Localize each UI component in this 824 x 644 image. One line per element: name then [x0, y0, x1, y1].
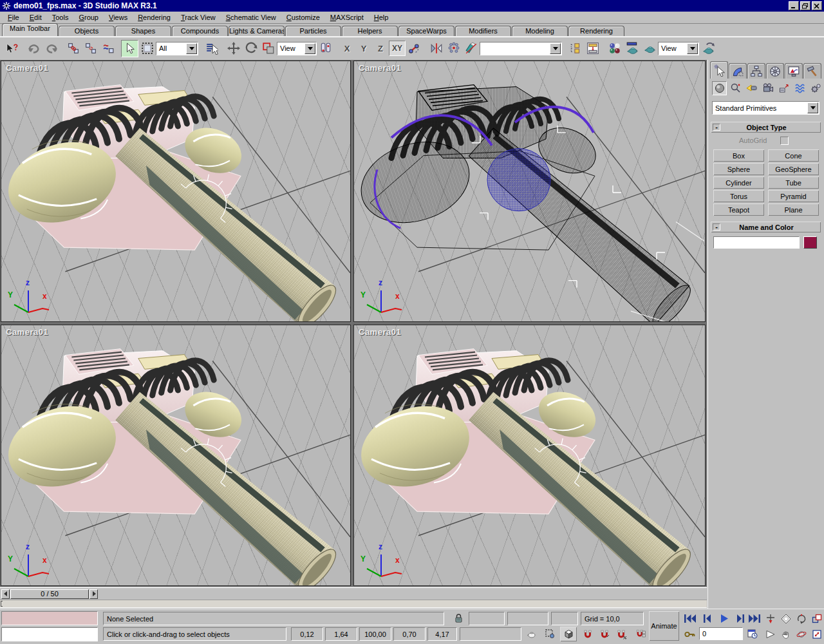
tab-objects[interactable]: Objects [59, 26, 115, 36]
current-frame-field[interactable] [699, 627, 743, 640]
close-button[interactable] [812, 1, 822, 10]
go-to-end-button[interactable] [747, 612, 762, 625]
utilities-tab[interactable] [803, 63, 821, 79]
coord-w-readout[interactable]: 0,70 [393, 627, 426, 641]
viewport-label[interactable]: Camera01 [359, 63, 401, 73]
time-slider-next-button[interactable] [89, 589, 98, 599]
zoom-extents-all-button[interactable] [810, 612, 824, 625]
orbit-camera-button[interactable] [794, 627, 809, 641]
create-tab[interactable] [710, 61, 728, 79]
menu-track-view[interactable]: Track View [176, 12, 221, 23]
tab-compounds[interactable]: Compounds [172, 26, 228, 36]
mirror-icon[interactable] [427, 40, 445, 57]
tab-shapes[interactable]: Shapes [115, 26, 171, 36]
degradation-override-button[interactable] [524, 627, 539, 641]
selection-filter-dropdown[interactable]: All [156, 42, 198, 55]
select-by-name-icon[interactable] [203, 40, 220, 57]
undo-icon[interactable] [25, 40, 42, 57]
geosphere-button[interactable]: GeoSphere [768, 163, 819, 175]
material-editor-icon[interactable] [606, 40, 623, 57]
time-slider-prev-button[interactable] [1, 589, 10, 599]
open-schematic-view-icon[interactable] [584, 40, 601, 57]
lights-category-button[interactable] [744, 81, 759, 95]
object-color-swatch[interactable] [803, 236, 817, 249]
menu-group[interactable]: Group [73, 12, 104, 23]
cylinder-button[interactable]: Cylinder [713, 176, 764, 189]
tab-main-toolbar[interactable]: Main Toolbar [2, 23, 58, 36]
coord-v-readout[interactable]: 4,17 [427, 627, 457, 641]
help-mode-icon[interactable] [3, 40, 21, 57]
play-button[interactable] [716, 612, 732, 625]
array-icon[interactable] [445, 40, 462, 57]
coord-z-readout[interactable]: 100,00 [359, 627, 391, 641]
key-mode-toggle[interactable] [682, 627, 697, 641]
animate-button[interactable]: Animate [649, 611, 679, 641]
space-warps-category-button[interactable] [792, 81, 807, 95]
category-dropdown[interactable]: Standard Primitives [712, 101, 819, 115]
dropdown-arrow-icon[interactable] [304, 43, 315, 54]
restore-button[interactable] [800, 1, 810, 10]
hierarchy-tab[interactable] [747, 63, 765, 79]
render-last-icon[interactable] [699, 40, 716, 57]
viewport-label[interactable]: Camera01 [6, 63, 48, 73]
sphere-button[interactable]: Sphere [713, 163, 764, 175]
field-of-view-button[interactable] [779, 612, 793, 625]
teapot-button[interactable]: Teapot [713, 204, 764, 216]
angle-snap-magnet-button[interactable] [597, 627, 612, 641]
object-name-input[interactable] [713, 236, 800, 249]
viewport-bottom-right[interactable]: Camera01 zYx [353, 325, 706, 586]
collapse-button[interactable]: - [713, 223, 720, 231]
unlink-selection-icon[interactable] [82, 40, 99, 57]
perspective-button[interactable] [763, 627, 778, 641]
select-and-manipulate-icon[interactable] [406, 40, 423, 57]
select-and-move-icon[interactable] [225, 40, 242, 57]
viewport-top-right[interactable]: Camera01 zYx [353, 61, 706, 322]
track-bar[interactable] [0, 600, 707, 608]
bind-to-space-warp-icon[interactable] [99, 40, 117, 57]
snap-toggle-3d-button[interactable] [560, 627, 577, 641]
menu-schematic-view[interactable]: Schematic View [221, 12, 281, 23]
viewport-top-left[interactable]: Camera01 zYx [1, 61, 351, 322]
tab-modeling[interactable]: Modeling [512, 26, 568, 36]
dolly-camera-button[interactable] [763, 612, 778, 625]
tab-helpers[interactable]: Helpers [342, 26, 398, 36]
next-frame-button[interactable] [733, 612, 748, 625]
modify-tab[interactable] [729, 63, 747, 79]
tab-particles[interactable]: Particles [285, 26, 341, 36]
restrict-z-button[interactable]: Z [372, 41, 389, 56]
menu-tools[interactable]: Tools [47, 12, 74, 23]
systems-category-button[interactable] [809, 81, 823, 95]
render-scene-icon[interactable] [623, 40, 641, 57]
select-and-rotate-icon[interactable] [242, 40, 259, 57]
rectangular-selection-region-icon[interactable] [138, 40, 156, 57]
restrict-y-button[interactable]: Y [355, 41, 372, 56]
select-and-squash-icon[interactable] [259, 40, 277, 57]
box-button[interactable]: Box [713, 149, 764, 162]
time-slider-thumb[interactable]: 0 / 50 [10, 589, 89, 599]
object-type-rollout-header[interactable]: - Object Type [711, 122, 821, 133]
tab-modifiers[interactable]: Modifiers [455, 26, 511, 36]
go-to-start-button[interactable] [682, 612, 698, 625]
plane-button[interactable]: Plane [768, 204, 819, 216]
helpers-category-button[interactable] [776, 81, 791, 95]
dropdown-arrow-icon[interactable] [550, 43, 561, 54]
menu-maxscript[interactable]: MAXScript [325, 12, 369, 23]
previous-frame-button[interactable] [700, 612, 715, 625]
maxscript-mini-listener-pink[interactable] [1, 611, 98, 625]
align-icon[interactable] [462, 40, 480, 57]
tab-lights-cameras[interactable]: Lights & Cameras [229, 26, 285, 36]
percent-snap-magnet-button[interactable] [613, 627, 629, 641]
menu-edit[interactable]: Edit [24, 12, 47, 23]
shapes-category-button[interactable] [728, 81, 743, 95]
time-configuration-button[interactable] [745, 627, 760, 641]
use-pivot-point-center-icon[interactable] [317, 40, 334, 57]
crossing-selection-toggle[interactable] [542, 627, 557, 641]
menu-customize[interactable]: Customize [281, 12, 325, 23]
menu-views[interactable]: Views [104, 12, 133, 23]
truck-camera-button[interactable] [779, 627, 793, 641]
restrict-xy-plane-button[interactable]: XY [389, 41, 406, 56]
name-and-color-rollout-header[interactable]: - Name and Color [711, 222, 821, 232]
spinner-snap-magnet-button[interactable] [633, 627, 648, 641]
menu-file[interactable]: File [3, 12, 24, 23]
tab-rendering[interactable]: Rendering [568, 26, 624, 36]
